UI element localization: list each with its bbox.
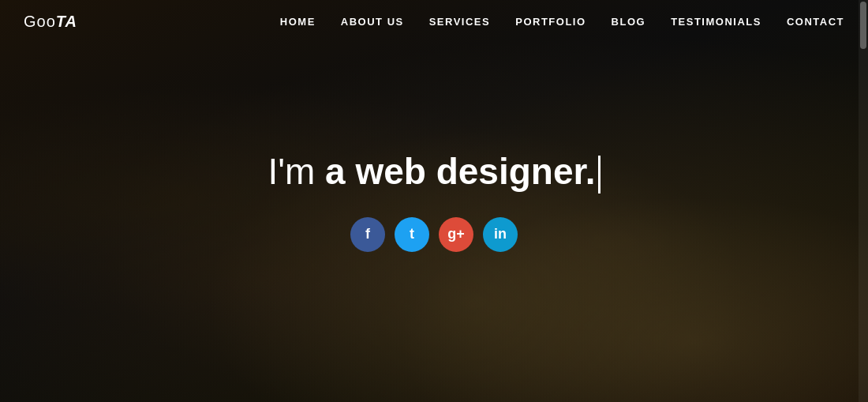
nav-item-portfolio[interactable]: PORTFOLIO [515, 14, 586, 28]
nav-link-contact[interactable]: CONTACT [787, 16, 844, 28]
cursor-blink [598, 156, 600, 193]
nav-item-testimonials[interactable]: TESTIMONIALS [671, 14, 761, 28]
nav-item-about[interactable]: ABOUT US [341, 14, 404, 28]
nav-link-home[interactable]: HOME [280, 16, 316, 28]
nav-item-home[interactable]: HOME [280, 14, 316, 28]
nav-link-blog[interactable]: BLOG [612, 16, 646, 28]
navbar: GooTA HOME ABOUT US SERVICES PORTFOLIO B… [0, 0, 868, 43]
nav-item-blog[interactable]: BLOG [612, 14, 646, 28]
hero-section: GooTA HOME ABOUT US SERVICES PORTFOLIO B… [0, 0, 868, 402]
social-button-twitter[interactable]: t [395, 217, 429, 252]
social-icons-row: f t g+ in [350, 217, 518, 252]
social-button-linkedin[interactable]: in [483, 217, 518, 252]
scrollbar[interactable] [859, 0, 868, 402]
nav-link-about[interactable]: ABOUT US [341, 16, 404, 28]
scrollbar-thumb[interactable] [860, 2, 866, 49]
hero-headline: I'm a web designer. [268, 150, 600, 193]
nav-links: HOME ABOUT US SERVICES PORTFOLIO BLOG TE… [280, 14, 844, 28]
nav-item-contact[interactable]: CONTACT [787, 14, 844, 28]
brand-logo[interactable]: GooTA [24, 13, 77, 31]
hero-content: I'm a web designer. f t g+ in [268, 150, 600, 252]
social-button-facebook[interactable]: f [350, 217, 385, 252]
nav-link-services[interactable]: SERVICES [429, 16, 491, 28]
hero-prefix: I'm [268, 151, 325, 192]
nav-link-portfolio[interactable]: PORTFOLIO [515, 16, 586, 28]
nav-item-services[interactable]: SERVICES [429, 14, 491, 28]
social-button-googleplus[interactable]: g+ [439, 217, 473, 252]
nav-link-testimonials[interactable]: TESTIMONIALS [671, 16, 761, 28]
hero-bold: a web designer. [325, 151, 596, 192]
